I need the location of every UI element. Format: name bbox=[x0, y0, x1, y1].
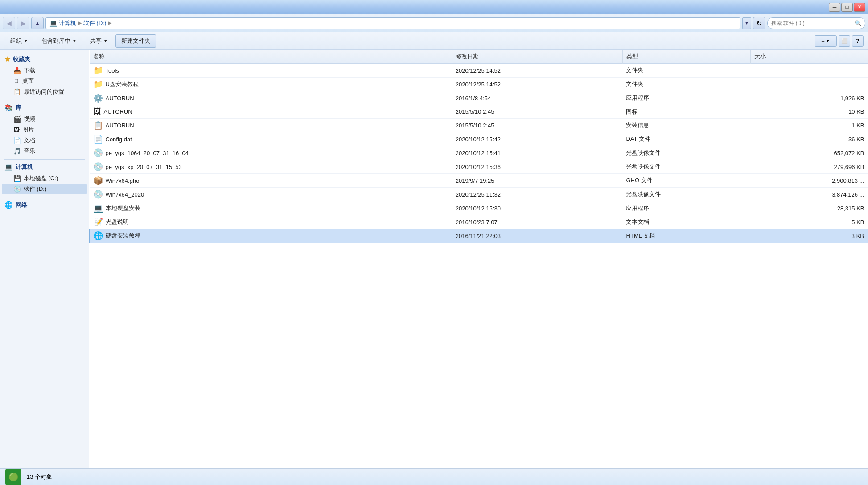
col-name[interactable]: 名称 bbox=[90, 50, 452, 64]
breadcrumb-icon: 💻 bbox=[49, 20, 57, 27]
sidebar-item-video[interactable]: 🎬 视频 bbox=[2, 114, 87, 124]
sidebar-header-computer[interactable]: 💻 计算机 bbox=[0, 161, 89, 173]
file-table-body: 📁 Tools 2020/12/25 14:52 文件夹 📁 U盘安装教程 20… bbox=[90, 64, 868, 243]
table-row[interactable]: 📁 U盘安装教程 2020/12/25 14:52 文件夹 bbox=[90, 78, 868, 91]
sidebar-header-library[interactable]: 📚 库 bbox=[0, 102, 89, 114]
download-icon: 📥 bbox=[13, 67, 21, 74]
file-name: U盘安装教程 bbox=[106, 80, 139, 88]
refresh-button[interactable]: ↻ bbox=[753, 17, 765, 29]
download-label: 下载 bbox=[24, 66, 35, 74]
file-icon: ⚙️ bbox=[93, 93, 103, 103]
forward-button[interactable]: ▶ bbox=[17, 17, 29, 29]
file-icon: 📝 bbox=[93, 217, 103, 227]
table-row[interactable]: 📦 Win7x64.gho 2019/9/7 19:25 GHO 文件 2,90… bbox=[90, 174, 868, 188]
file-icon: 💻 bbox=[93, 203, 103, 213]
breadcrumb-computer[interactable]: 计算机 bbox=[59, 19, 76, 27]
status-count: 13 个对象 bbox=[27, 473, 52, 481]
view-chevron: ▼ bbox=[826, 38, 830, 43]
file-type: 光盘映像文件 bbox=[622, 188, 750, 201]
close-button[interactable]: ✕ bbox=[854, 3, 865, 12]
share-button[interactable]: 共享 ▼ bbox=[84, 34, 114, 48]
file-size bbox=[750, 78, 868, 91]
file-name-cell: 📄 Config.dat bbox=[90, 132, 452, 146]
sidebar-item-disk-c[interactable]: 💾 本地磁盘 (C:) bbox=[2, 173, 87, 184]
file-area[interactable]: 名称 修改日期 类型 大小 📁 Tools 2020/12/25 14:52 文… bbox=[89, 50, 868, 468]
file-size: 279,696 KB bbox=[750, 160, 868, 174]
file-name-cell: 📁 U盘安装教程 bbox=[90, 78, 452, 91]
back-button[interactable]: ◀ bbox=[3, 17, 15, 29]
table-row[interactable]: 📝 光盘说明 2016/10/23 7:07 文本文档 5 KB bbox=[90, 215, 868, 229]
file-icon: 💿 bbox=[93, 148, 103, 158]
library-label: 库 bbox=[16, 104, 21, 112]
file-modified: 2016/1/8 4:54 bbox=[452, 91, 623, 105]
file-name-cell: 💿 pe_yqs_xp_20_07_31_15_53 bbox=[90, 160, 452, 174]
disk-c-label: 本地磁盘 (C:) bbox=[24, 174, 58, 182]
doc-label: 文档 bbox=[24, 136, 35, 144]
file-size: 652,072 KB bbox=[750, 146, 868, 160]
file-type: GHO 文件 bbox=[622, 174, 750, 188]
help-button[interactable]: ? bbox=[852, 35, 864, 47]
file-size: 36 KB bbox=[750, 132, 868, 146]
main-layout: ★ 收藏夹 📥 下载 🖥 桌面 📋 最近访问的位置 📚 库 bbox=[0, 50, 868, 468]
toolbar-right: ≡ ▼ ⬜ ? bbox=[815, 35, 864, 47]
file-modified: 2016/11/21 22:03 bbox=[452, 229, 623, 243]
table-row[interactable]: 💻 本地硬盘安装 2020/10/12 15:30 应用程序 28,315 KB bbox=[90, 201, 868, 215]
breadcrumb-disk[interactable]: 软件 (D:) bbox=[83, 19, 106, 27]
file-name: Tools bbox=[106, 67, 119, 74]
table-row[interactable]: 📄 Config.dat 2020/10/12 15:42 DAT 文件 36 … bbox=[90, 132, 868, 146]
include-library-button[interactable]: 包含到库中 ▼ bbox=[36, 34, 82, 48]
col-size[interactable]: 大小 bbox=[750, 50, 868, 64]
sidebar-section-computer: 💻 计算机 💾 本地磁盘 (C:) 💿 软件 (D:) bbox=[0, 161, 89, 194]
file-name: AUTORUN bbox=[106, 122, 134, 129]
file-type: 光盘映像文件 bbox=[622, 160, 750, 174]
sidebar-item-image[interactable]: 🖼 图片 bbox=[2, 124, 87, 135]
file-type: 文件夹 bbox=[622, 64, 750, 78]
new-folder-button[interactable]: 新建文件夹 bbox=[115, 34, 156, 48]
table-row[interactable]: 🖼 AUTORUN 2015/5/10 2:45 图标 10 KB bbox=[90, 105, 868, 119]
col-modified[interactable]: 修改日期 bbox=[452, 50, 623, 64]
file-name: AUTORUN bbox=[106, 95, 134, 102]
col-type[interactable]: 类型 bbox=[622, 50, 750, 64]
search-input[interactable] bbox=[771, 20, 853, 26]
sidebar-item-music[interactable]: 🎵 音乐 bbox=[2, 146, 87, 156]
file-name-cell: ⚙️ AUTORUN bbox=[90, 91, 452, 105]
file-name: 本地硬盘安装 bbox=[106, 204, 140, 212]
sidebar-item-desktop[interactable]: 🖥 桌面 bbox=[2, 76, 87, 86]
table-row[interactable]: 📋 AUTORUN 2015/5/10 2:45 安装信息 1 KB bbox=[90, 119, 868, 132]
disk-c-icon: 💾 bbox=[13, 175, 21, 182]
sidebar-header-favorites[interactable]: ★ 收藏夹 bbox=[0, 53, 89, 65]
table-row[interactable]: 🌐 硬盘安装教程 2016/11/21 22:03 HTML 文档 3 KB bbox=[90, 229, 868, 243]
sidebar-item-recent[interactable]: 📋 最近访问的位置 bbox=[2, 86, 87, 97]
desktop-label: 桌面 bbox=[22, 77, 34, 85]
sidebar-section-network: 🌐 网络 bbox=[0, 199, 89, 211]
sidebar-item-download[interactable]: 📥 下载 bbox=[2, 65, 87, 76]
favorites-label: 收藏夹 bbox=[13, 55, 30, 63]
sidebar-item-doc[interactable]: 📄 文档 bbox=[2, 135, 87, 146]
file-modified: 2020/10/12 15:42 bbox=[452, 132, 623, 146]
preview-pane-button[interactable]: ⬜ bbox=[839, 35, 850, 47]
file-modified: 2020/10/12 15:36 bbox=[452, 160, 623, 174]
network-label: 网络 bbox=[16, 201, 27, 209]
table-row[interactable]: 📁 Tools 2020/12/25 14:52 文件夹 bbox=[90, 64, 868, 78]
organize-button[interactable]: 组织 ▼ bbox=[4, 34, 34, 48]
table-row[interactable]: 💿 pe_yqs_1064_20_07_31_16_04 2020/10/12 … bbox=[90, 146, 868, 160]
maximize-button[interactable]: □ bbox=[841, 3, 853, 12]
table-row[interactable]: 💿 pe_yqs_xp_20_07_31_15_53 2020/10/12 15… bbox=[90, 160, 868, 174]
address-dropdown-button[interactable]: ▼ bbox=[742, 17, 751, 29]
table-row[interactable]: ⚙️ AUTORUN 2016/1/8 4:54 应用程序 1,926 KB bbox=[90, 91, 868, 105]
file-size: 5 KB bbox=[750, 215, 868, 229]
file-size: 3,874,126 ... bbox=[750, 188, 868, 201]
sidebar-header-network[interactable]: 🌐 网络 bbox=[0, 199, 89, 211]
minimize-button[interactable]: ─ bbox=[829, 3, 840, 12]
view-menu-button[interactable]: ≡ ▼ bbox=[815, 35, 837, 47]
file-type: DAT 文件 bbox=[622, 132, 750, 146]
file-name-cell: 💻 本地硬盘安装 bbox=[90, 201, 452, 215]
file-size: 3 KB bbox=[750, 229, 868, 243]
sidebar-item-disk-d[interactable]: 💿 软件 (D:) bbox=[2, 184, 87, 194]
file-size: 10 KB bbox=[750, 105, 868, 119]
file-modified: 2015/5/10 2:45 bbox=[452, 119, 623, 132]
titlebar: ─ □ ✕ bbox=[0, 0, 868, 14]
up-button[interactable]: ▲ bbox=[31, 17, 44, 29]
table-row[interactable]: 💿 Win7x64_2020 2020/12/25 11:32 光盘映像文件 3… bbox=[90, 188, 868, 201]
file-name-cell: 💿 pe_yqs_1064_20_07_31_16_04 bbox=[90, 146, 452, 160]
